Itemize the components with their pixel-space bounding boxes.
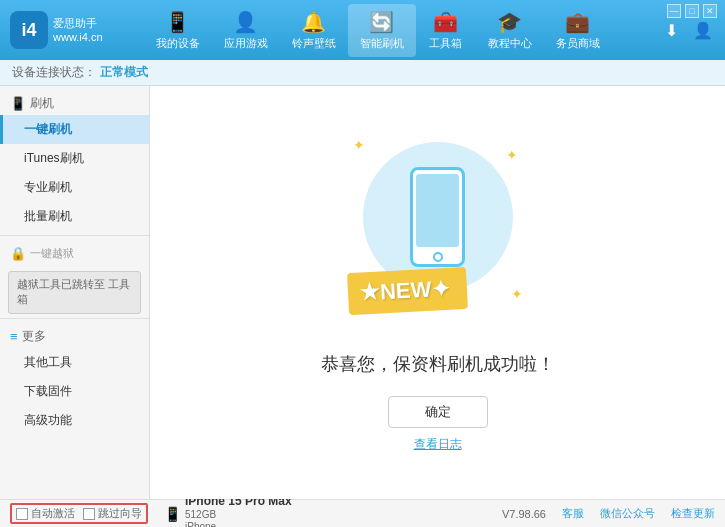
sidebar-item-other-tools[interactable]: 其他工具 xyxy=(0,348,149,377)
nav-smart-flash[interactable]: 🔄 智能刷机 xyxy=(348,4,416,57)
close-button[interactable]: ✕ xyxy=(703,4,717,18)
sidebar: 📱 刷机 一键刷机 iTunes刷机 专业刷机 批量刷机 🔒 一键越狱 xyxy=(0,86,150,499)
status-value: 正常模式 xyxy=(100,64,148,81)
sidebar-jailbreak-notice: 越狱工具已跳转至 工具箱 xyxy=(8,271,141,314)
user-button[interactable]: 👤 xyxy=(691,18,715,42)
lock-icon: 🔒 xyxy=(10,246,26,261)
sidebar-section-more: ≡ 更多 xyxy=(0,323,149,348)
phone-body xyxy=(410,167,465,267)
sidebar-item-advanced[interactable]: 高级功能 xyxy=(0,406,149,435)
tutorial-nav-icon: 🎓 xyxy=(497,10,522,34)
phone-home-button xyxy=(433,252,443,262)
content-area: ✦ ✦ ✦ ★NEW✦ 恭喜您，保资料刷机成功啦！ 确定 查看日志 xyxy=(150,86,725,499)
more-section-icon: ≡ xyxy=(10,329,18,344)
logo-text: 爱思助手 www.i4.cn xyxy=(53,16,103,45)
app-header: i4 爱思助手 www.i4.cn 📱 我的设备 👤 应用游戏 🔔 铃声壁纸 🔄… xyxy=(0,0,725,60)
logo-icon: i4 xyxy=(10,11,48,49)
confirm-button[interactable]: 确定 xyxy=(388,396,488,428)
status-label: 设备连接状态： xyxy=(12,64,96,81)
success-text: 恭喜您，保资料刷机成功啦！ xyxy=(321,352,555,376)
device-nav-icon: 📱 xyxy=(165,10,190,34)
sidebar-item-pro-flash[interactable]: 专业刷机 xyxy=(0,173,149,202)
sidebar-item-one-key-flash[interactable]: 一键刷机 xyxy=(0,115,149,144)
guide-label: 跳过向导 xyxy=(98,506,142,521)
sidebar-divider-2 xyxy=(0,318,149,319)
sidebar-item-batch-flash[interactable]: 批量刷机 xyxy=(0,202,149,231)
apps-nav-icon: 👤 xyxy=(233,10,258,34)
auto-activate-label: 自动激活 xyxy=(31,506,75,521)
toolbox-nav-icon: 🧰 xyxy=(433,10,458,34)
flash-nav-icon: 🔄 xyxy=(369,10,394,34)
device-icon: 📱 xyxy=(164,506,181,522)
sparkle-icon-2: ✦ xyxy=(506,147,518,163)
footer-right: V7.98.66 客服 微信公众号 检查更新 xyxy=(502,506,715,521)
footer: 自动激活 跳过向导 📱 iPhone 15 Pro Max 512GB iPho… xyxy=(0,499,725,527)
sidebar-section-jailbreak: 🔒 一键越狱 xyxy=(0,240,149,267)
merchant-nav-icon: 💼 xyxy=(565,10,590,34)
nav-ringtones[interactable]: 🔔 铃声壁纸 xyxy=(280,4,348,57)
guide-checkbox[interactable] xyxy=(83,508,95,520)
main-layout: 📱 刷机 一键刷机 iTunes刷机 专业刷机 批量刷机 🔒 一键越狱 xyxy=(0,86,725,499)
header-right: ⬇ 👤 xyxy=(635,18,715,42)
nav-bar: 📱 我的设备 👤 应用游戏 🔔 铃声壁纸 🔄 智能刷机 🧰 工具箱 🎓 xyxy=(120,4,635,57)
status-bar: 设备连接状态： 正常模式 xyxy=(0,60,725,86)
phone-illustration: ✦ ✦ ✦ ★NEW✦ xyxy=(348,132,528,332)
customer-service-link[interactable]: 客服 xyxy=(562,506,584,521)
sparkle-icon-1: ✦ xyxy=(353,137,365,153)
download-button[interactable]: ⬇ xyxy=(659,18,683,42)
sidebar-divider-1 xyxy=(0,235,149,236)
check-update-link[interactable]: 检查更新 xyxy=(671,506,715,521)
footer-checkbox-group: 自动激活 跳过向导 xyxy=(10,503,148,524)
device-storage: 512GB xyxy=(185,509,292,521)
new-banner: ★NEW✦ xyxy=(346,267,467,315)
device-type: iPhone xyxy=(185,521,292,527)
device-info: iPhone 15 Pro Max 512GB iPhone xyxy=(185,494,292,527)
window-controls: — □ ✕ xyxy=(667,4,717,18)
nav-toolbox[interactable]: 🧰 工具箱 xyxy=(416,4,476,57)
footer-left: 自动激活 跳过向导 📱 iPhone 15 Pro Max 512GB iPho… xyxy=(10,494,502,527)
nav-apps-games[interactable]: 👤 应用游戏 xyxy=(212,4,280,57)
sidebar-item-itunes-flash[interactable]: iTunes刷机 xyxy=(0,144,149,173)
version-label: V7.98.66 xyxy=(502,508,546,520)
ringtone-nav-icon: 🔔 xyxy=(301,10,326,34)
footer-device: 📱 iPhone 15 Pro Max 512GB iPhone xyxy=(164,494,292,527)
wechat-link[interactable]: 微信公众号 xyxy=(600,506,655,521)
nav-tutorials[interactable]: 🎓 教程中心 xyxy=(476,4,544,57)
nav-my-device[interactable]: 📱 我的设备 xyxy=(144,4,212,57)
phone-screen xyxy=(416,174,459,247)
minimize-button[interactable]: — xyxy=(667,4,681,18)
logo-area: i4 爱思助手 www.i4.cn xyxy=(10,11,120,49)
sidebar-section-flash: 📱 刷机 xyxy=(0,90,149,115)
view-log-link[interactable]: 查看日志 xyxy=(414,436,462,453)
maximize-button[interactable]: □ xyxy=(685,4,699,18)
sidebar-item-download-firmware[interactable]: 下载固件 xyxy=(0,377,149,406)
auto-activate-checkbox[interactable] xyxy=(16,508,28,520)
nav-merchant[interactable]: 💼 务员商域 xyxy=(544,4,612,57)
new-banner-text: ★NEW✦ xyxy=(359,276,450,307)
flash-section-icon: 📱 xyxy=(10,96,26,111)
sparkle-icon-3: ✦ xyxy=(511,286,523,302)
